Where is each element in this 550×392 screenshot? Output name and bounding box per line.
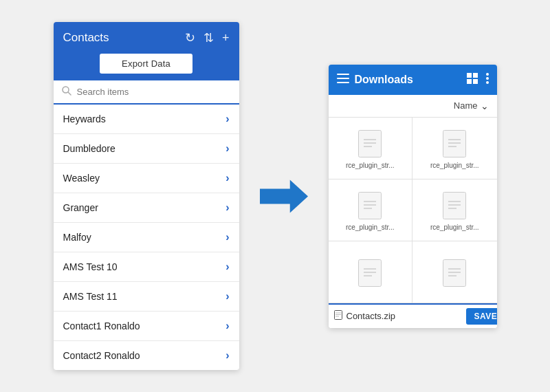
file-icon <box>443 259 466 287</box>
arrow-container <box>260 177 308 215</box>
svg-rect-9 <box>473 79 478 84</box>
save-bar: SAVE <box>329 303 497 328</box>
svg-rect-15 <box>359 192 382 219</box>
file-cell[interactable] <box>412 241 497 303</box>
contact-item[interactable]: AMS Test 10 › <box>54 252 239 282</box>
file-cell[interactable]: rce_plugin_str... <box>329 179 413 241</box>
contact-list: Heywards › Dumbledore › Weasley › Grange… <box>54 105 239 370</box>
contact-item[interactable]: Granger › <box>54 193 239 223</box>
svg-rect-8 <box>467 79 472 84</box>
export-data-button[interactable]: Export Data <box>100 54 192 74</box>
contact-item[interactable]: Malfoy › <box>54 223 239 252</box>
chevron-right-icon: › <box>226 320 229 332</box>
svg-rect-4 <box>337 78 349 79</box>
chevron-right-icon: › <box>226 349 229 362</box>
contact-item[interactable]: Contact1 Ronaldo › <box>54 312 239 341</box>
contact-item[interactable]: Contact2 Ronaldo › <box>54 341 239 370</box>
contact-name: AMS Test 11 <box>63 291 118 302</box>
chevron-right-icon: › <box>226 290 229 303</box>
contact-item[interactable]: Dumbledore › <box>54 134 239 164</box>
contact-name: Dumbledore <box>63 143 116 154</box>
file-name: rce_plugin_str... <box>346 162 395 169</box>
right-arrow-icon <box>260 177 308 215</box>
svg-rect-16 <box>443 192 466 219</box>
contacts-panel: Contacts ↻ ⇅ + Export Data Heywards › Du… <box>54 22 239 370</box>
contact-item[interactable]: AMS Test 11 › <box>54 282 239 312</box>
svg-rect-18 <box>443 260 466 287</box>
contacts-header: Contacts ↻ ⇅ + <box>54 22 239 54</box>
chevron-right-icon: › <box>226 113 229 125</box>
contact-name: AMS Test 10 <box>63 261 118 272</box>
file-icon <box>358 130 382 157</box>
files-grid: rce_plugin_str... rce_plugin_str... rce_… <box>329 118 497 303</box>
svg-rect-17 <box>359 260 382 287</box>
contact-name: Contact1 Ronaldo <box>63 320 140 331</box>
svg-rect-3 <box>337 74 349 75</box>
grid-view-icon[interactable] <box>467 73 478 86</box>
filename-input[interactable] <box>346 311 462 321</box>
search-icon <box>62 86 72 98</box>
filter-icon[interactable]: ⇅ <box>204 30 214 45</box>
contact-name: Contact2 Ronaldo <box>63 350 140 361</box>
chevron-right-icon: › <box>226 202 229 214</box>
contact-name: Malfoy <box>63 232 91 243</box>
more-options-icon[interactable] <box>486 73 489 87</box>
svg-rect-5 <box>337 82 349 83</box>
sort-chevron-icon[interactable]: ⌄ <box>481 100 489 111</box>
add-icon[interactable]: + <box>222 31 230 45</box>
save-button[interactable]: SAVE <box>466 308 497 325</box>
chevron-right-icon: › <box>226 172 229 184</box>
contact-item[interactable]: Heywards › <box>54 105 239 134</box>
contact-name: Weasley <box>63 173 100 184</box>
svg-rect-13 <box>359 130 382 157</box>
chevron-right-icon: › <box>226 261 229 273</box>
scene: Contacts ↻ ⇅ + Export Data Heywards › Du… <box>0 0 550 392</box>
file-icon <box>443 130 466 157</box>
svg-rect-19 <box>334 311 342 320</box>
chevron-right-icon: › <box>226 142 229 155</box>
file-name: rce_plugin_str... <box>430 162 479 169</box>
file-small-icon <box>334 310 342 322</box>
svg-rect-7 <box>473 73 478 78</box>
svg-point-10 <box>486 73 489 76</box>
file-cell[interactable]: rce_plugin_str... <box>412 118 497 179</box>
search-bar <box>54 80 239 105</box>
downloads-panel: Downloads Name ⌄ <box>329 65 497 328</box>
downloads-title: Downloads <box>355 74 461 86</box>
contact-name: Granger <box>63 202 98 213</box>
file-icon <box>443 192 466 219</box>
sort-bar: Name ⌄ <box>329 95 497 118</box>
file-icon <box>358 259 382 287</box>
contact-item[interactable]: Weasley › <box>54 164 239 193</box>
file-name: rce_plugin_str... <box>430 224 479 231</box>
svg-rect-6 <box>467 73 472 78</box>
export-bar: Export Data <box>54 54 239 80</box>
hamburger-icon[interactable] <box>337 74 349 86</box>
svg-point-12 <box>486 81 489 84</box>
svg-line-1 <box>68 92 71 95</box>
search-input[interactable] <box>77 87 231 97</box>
svg-marker-2 <box>260 179 308 213</box>
svg-point-11 <box>486 77 489 80</box>
file-cell[interactable]: rce_plugin_str... <box>412 179 497 241</box>
file-icon <box>358 192 382 219</box>
svg-rect-14 <box>443 130 466 157</box>
contact-name: Heywards <box>63 113 106 124</box>
contacts-title: Contacts <box>63 31 177 45</box>
downloads-header: Downloads <box>329 65 497 95</box>
file-name: rce_plugin_str... <box>346 224 395 231</box>
file-cell[interactable] <box>329 241 413 303</box>
file-cell[interactable]: rce_plugin_str... <box>329 118 413 179</box>
chevron-right-icon: › <box>226 231 229 243</box>
refresh-icon[interactable]: ↻ <box>185 30 195 45</box>
sort-label: Name <box>454 100 478 111</box>
